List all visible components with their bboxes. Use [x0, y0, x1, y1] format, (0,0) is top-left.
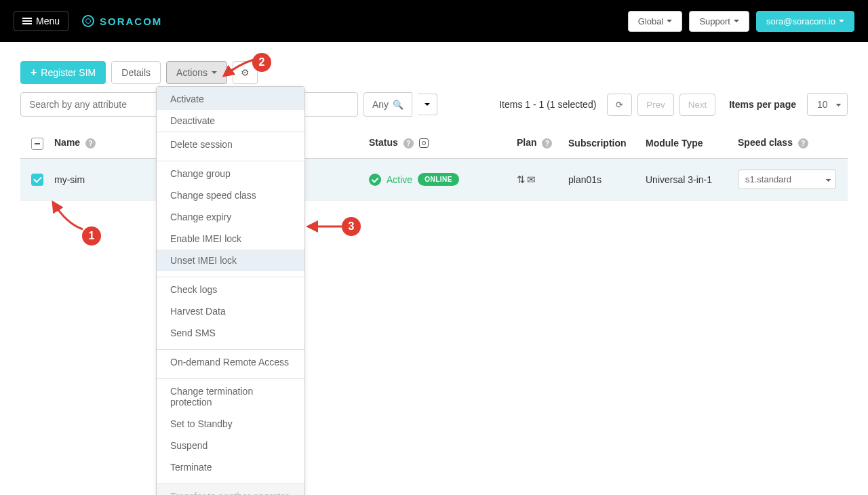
register-sim-button[interactable]: + Register SIM — [20, 61, 106, 84]
menu-button[interactable]: Menu — [14, 11, 68, 31]
menu-change-group[interactable]: Change group — [157, 161, 304, 184]
global-dropdown[interactable]: Global — [628, 11, 683, 32]
menu-delete-session[interactable]: Delete session — [157, 132, 304, 155]
envelope-icon: ✉ — [527, 174, 536, 186]
actions-menu: Activate Deactivate Delete session Chang… — [156, 86, 305, 201]
row-checkbox[interactable] — [31, 174, 43, 186]
items-per-page-select[interactable]: 10 — [807, 93, 848, 116]
filter-row: Any 🔍 Items 1 - 1 (1 selected) ⟳ Prev Ne… — [0, 92, 868, 127]
chevron-down-icon — [667, 20, 672, 22]
col-subscription: Subscription — [568, 138, 646, 148]
arrow-1 — [46, 197, 87, 201]
transfer-icon: ⇅ — [517, 174, 526, 186]
help-icon[interactable]: ? — [85, 138, 96, 148]
filter-any-caret[interactable] — [418, 94, 437, 115]
header-right-group: Global Support sora@soracom.io — [628, 11, 854, 32]
prev-button[interactable]: Prev — [637, 94, 673, 116]
cell-status: Active ONLINE — [369, 173, 517, 186]
callout-2: 2 — [252, 53, 271, 72]
clock-icon — [419, 138, 429, 148]
actions-label: Actions — [176, 67, 208, 78]
menu-deactivate[interactable]: Deactivate — [157, 110, 304, 132]
cell-subscription: plan01s — [568, 174, 646, 185]
soracom-icon — [82, 15, 94, 27]
items-per-page-label: Items per page — [729, 99, 796, 110]
speed-class-select[interactable]: s1.standard — [738, 170, 836, 189]
brand-logo[interactable]: SORACOM — [82, 15, 162, 27]
table-header: Name ? Status ? Plan ? Subscription Modu… — [20, 127, 848, 159]
plus-icon: + — [31, 67, 37, 78]
search-icon: 🔍 — [393, 100, 403, 110]
refresh-icon: ⟳ — [616, 100, 623, 110]
app-header: Menu SORACOM Global Support sora@soracom… — [0, 0, 868, 42]
chevron-down-icon — [425, 103, 430, 106]
menu-change-speed[interactable]: Change speed class — [157, 184, 304, 201]
next-button[interactable]: Next — [679, 94, 715, 116]
support-dropdown[interactable]: Support — [689, 11, 749, 32]
refresh-button[interactable]: ⟳ — [607, 94, 632, 116]
status-text: Active — [387, 174, 412, 185]
any-label: Any — [372, 99, 389, 110]
chevron-down-icon — [839, 20, 844, 22]
menu-label: Menu — [36, 16, 60, 26]
help-icon[interactable]: ? — [542, 138, 552, 148]
brand-text: SORACOM — [100, 16, 162, 27]
toolbar: + Register SIM Details Actions ⚙ — [0, 42, 868, 92]
support-label: Support — [699, 16, 730, 26]
items-info: Items 1 - 1 (1 selected) — [499, 99, 596, 110]
global-label: Global — [638, 16, 664, 26]
online-badge: ONLINE — [418, 173, 459, 186]
filter-any-button[interactable]: Any 🔍 — [363, 92, 412, 117]
header-left-group: Menu SORACOM — [14, 11, 162, 31]
col-plan: Plan ? — [517, 137, 568, 148]
details-button[interactable]: Details — [111, 61, 161, 84]
col-speed: Speed class ? — [738, 137, 846, 148]
select-all-checkbox[interactable] — [31, 138, 43, 150]
register-label: Register SIM — [41, 67, 96, 78]
menu-activate[interactable]: Activate — [157, 87, 304, 110]
chevron-down-icon — [212, 71, 217, 74]
checkmark-icon — [369, 174, 381, 186]
help-icon[interactable]: ? — [403, 138, 414, 148]
user-dropdown[interactable]: sora@soracom.io — [756, 11, 854, 32]
col-module: Module Type — [646, 138, 738, 148]
cell-module: Universal 3-in-1 — [646, 174, 738, 185]
col-status: Status ? — [369, 137, 517, 148]
chevron-down-icon — [734, 20, 739, 22]
hamburger-icon — [22, 18, 32, 24]
details-label: Details — [121, 67, 151, 78]
cell-plan: ⇅ ✉ — [517, 174, 568, 186]
cell-speed: s1.standard — [738, 170, 846, 189]
user-email: sora@soracom.io — [766, 16, 835, 26]
help-icon[interactable]: ? — [798, 138, 808, 148]
sim-table: Name ? Status ? Plan ? Subscription Modu… — [0, 127, 868, 201]
table-row[interactable]: my-sim 12345678 Active ONLINE ⇅ ✉ plan01… — [20, 159, 848, 201]
